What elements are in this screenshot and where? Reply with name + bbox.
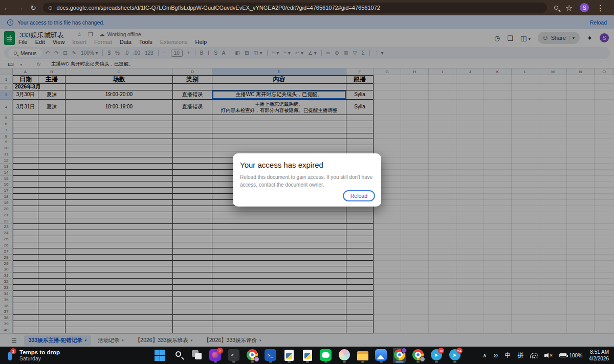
dialog-body: Reload this document to gain access. If …: [240, 174, 374, 189]
photos-icon[interactable]: [375, 348, 387, 363]
telegram-icon[interactable]: ➤38: [430, 348, 443, 363]
access-expired-dialog: Your access has expired Reload this docu…: [233, 153, 381, 207]
battery-percent: 100%: [569, 353, 582, 358]
chrome-profile-icon[interactable]: S: [246, 348, 258, 363]
browser-menu-icon[interactable]: ⋮: [596, 3, 604, 13]
reload-icon[interactable]: ↻: [27, 4, 40, 12]
python-file2-icon[interactable]: [301, 348, 314, 363]
file-explorer-icon[interactable]: [356, 348, 369, 363]
taskbar-clock[interactable]: 8:51 AM 4/2/2026: [589, 349, 609, 362]
line-icon[interactable]: [319, 348, 332, 363]
clock-time: 8:51 AM: [589, 349, 609, 355]
browser-search-icon[interactable]: [554, 6, 558, 10]
running-indicator: [232, 361, 235, 363]
address-bar[interactable]: ⊙ docs.google.com/spreadsheets/d/1fC-Q7L…: [43, 3, 547, 13]
dialog-reload-button[interactable]: Reload: [343, 190, 375, 201]
running-indicator: [324, 361, 327, 363]
battery-indicator[interactable]: 100%: [559, 353, 582, 358]
running-indicator: [416, 361, 420, 363]
terminal-icon[interactable]: >_: [227, 348, 240, 363]
forward-icon[interactable]: →: [13, 4, 27, 12]
hidden-icons-chevron[interactable]: ∧: [483, 352, 487, 359]
task-view-icon[interactable]: [190, 348, 203, 363]
widget-subtitle: Saturday: [19, 355, 60, 361]
ime-language-indicator[interactable]: 中: [505, 351, 511, 360]
thermometer-icon: 3: [5, 350, 15, 361]
running-indicator: [269, 361, 272, 363]
running-indicator: [288, 361, 291, 363]
browser-profile-avatar[interactable]: S: [580, 3, 589, 12]
running-indicator: [361, 361, 364, 363]
copilot-icon[interactable]: [338, 348, 350, 363]
notifications-off-icon[interactable]: ⊘: [493, 352, 498, 359]
running-indicator: [453, 361, 456, 363]
screen: ← → ↻ ⊙ docs.google.com/spreadsheets/d/1…: [0, 0, 614, 364]
chrome-active-icon[interactable]: [393, 348, 406, 363]
running-indicator: [251, 361, 254, 363]
weather-widget[interactable]: 3 Temps to drop Saturday: [0, 349, 154, 361]
purple-app-icon[interactable]: 2: [209, 348, 222, 363]
system-tray: ∧ ⊘ 中 拼 ✕ 100% 8:51 AM 4/2/2026: [483, 349, 614, 362]
search-icon[interactable]: [172, 348, 185, 363]
powershell-icon[interactable]: >_: [264, 348, 277, 363]
running-indicator: [306, 361, 309, 363]
clock-date: 4/2/2026: [589, 355, 609, 362]
notification-badge: 38: [438, 348, 444, 354]
start-button[interactable]: [154, 348, 166, 363]
telegram2-icon[interactable]: ➤54: [448, 348, 461, 363]
back-icon[interactable]: ←: [0, 4, 13, 12]
browser-toolbar: ← → ↻ ⊙ docs.google.com/spreadsheets/d/1…: [0, 0, 614, 15]
python-file-icon[interactable]: [282, 348, 295, 363]
url-text: docs.google.com/spreadsheets/d/1fC-Q7LGm…: [56, 5, 380, 11]
chrome2-icon[interactable]: [411, 348, 424, 363]
windows-taskbar: 3 Temps to drop Saturday 2>_S>_➤38➤54 ∧ …: [0, 347, 614, 364]
notification-badge: 2: [217, 348, 223, 354]
running-indicator: [380, 361, 383, 363]
bookmark-star-icon[interactable]: ☆: [565, 3, 573, 13]
wifi-icon[interactable]: [530, 353, 538, 358]
notification-badge: 54: [456, 348, 463, 354]
volume-muted-icon[interactable]: ✕: [544, 353, 553, 358]
ime-pinyin-indicator[interactable]: 拼: [517, 351, 523, 360]
running-indicator: [396, 361, 403, 363]
dialog-title: Your access has expired: [240, 161, 374, 169]
site-info-icon[interactable]: ⊙: [48, 5, 52, 11]
running-indicator: [214, 361, 217, 363]
widget-title: Temps to drop: [19, 349, 60, 355]
taskbar-icons: 2>_S>_➤38➤54: [154, 348, 461, 363]
widget-badge: 3: [10, 348, 16, 354]
running-indicator: [343, 361, 346, 363]
running-indicator: [435, 361, 438, 363]
